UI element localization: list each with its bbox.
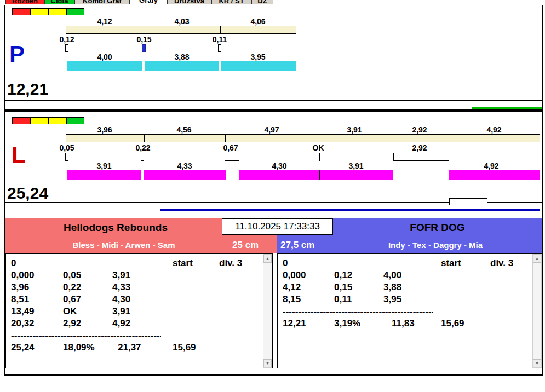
delta-box-wide [393,153,449,161]
flyball-timer-window: Rozbeh Cidla Kombi Graf Grafy Družstva K… [0,0,545,392]
result-cell: 0,67 [63,294,81,305]
team-left-jump-height: 25 cm [232,240,259,251]
leg-bar [67,170,141,180]
delta-tick [65,153,68,161]
total-record-cell: 15,69 [441,318,464,329]
leg-time-label: 4,92 [479,162,503,170]
result-cell: 3,88 [383,282,401,293]
result-cell: 3,91 [112,306,130,317]
split-time-label: 4,06 [246,17,270,26]
split-time-label: 4,03 [170,17,194,26]
result-cell: 3,91 [112,270,130,281]
split-divider [220,26,221,33]
delta-time-label: 0,11 [208,35,232,44]
scroll-down-icon[interactable]: ▼ [533,359,541,367]
left-results-scrollbar[interactable]: ▲ ▼ [263,254,272,368]
leg-time-label: 4,30 [267,162,291,170]
result-cell: 8,15 [283,294,301,305]
leg-time-label: 3,88 [170,53,194,61]
split-divider [144,26,144,33]
delta-time-label: 0,67 [219,143,243,152]
frame-bottom-border [4,374,543,376]
team-right-name: FOFR DOG [332,222,542,234]
delta-time-label: 2,92 [408,143,432,152]
timestamp: 11.10.2025 17:33:33 [222,218,333,235]
blue-progress-line [160,209,540,211]
results-separator: ----------------------------------------… [11,330,161,341]
status-box-green [66,8,84,15]
scroll-up-icon[interactable]: ▲ [533,255,541,263]
total-time-cell: 12,21 [283,318,306,329]
leg-time-label: 4,33 [173,162,197,170]
leg-time-label: 3,95 [246,53,270,61]
scroll-up-icon[interactable]: ▲ [263,255,272,263]
delta-time-label: 0,12 [55,35,79,44]
result-cell: 2,92 [63,318,81,329]
result-cell: 4,00 [383,270,401,281]
start-label: start [173,258,193,269]
delta-time-label: 0,05 [55,143,79,152]
result-cell: 20,32 [11,318,35,329]
tab-cidla[interactable]: Cidla [44,0,74,4]
result-cell: 0,000 [283,270,306,281]
delta-ok-label: OK [306,143,330,152]
result-cell: 3,95 [383,294,401,305]
delta-tick [65,44,68,52]
delta-tick [218,44,221,52]
right-results-scrollbar[interactable]: ▲ ▼ [532,254,542,368]
lane-p-label: P [9,43,25,66]
frame-top-border [5,5,542,5]
result-cell: 0,12 [334,270,352,281]
tab-rozbeh[interactable]: Rozbeh [5,0,44,4]
status-box-yellow-2 [48,117,66,124]
green-progress-line [472,107,542,109]
tab-kr-st[interactable]: KR / ST [211,0,251,4]
split-bar-track [66,26,296,34]
delta-tick [141,153,144,161]
split-divider [144,135,145,142]
scroll-down-icon[interactable]: ▼ [263,359,272,367]
tab-kombi-graf[interactable]: Kombi Graf [74,0,130,4]
delta-time-label: 0,22 [131,143,155,152]
split-time-label: 4,12 [93,17,117,26]
tab-grafy[interactable]: Grafy [130,0,167,5]
marker-box [449,198,487,205]
status-box-red [12,8,30,15]
split-divider [391,135,391,142]
split-time-label: 4,92 [482,125,506,134]
leg-bar [449,170,540,180]
panel-p-bottom-line [5,100,542,101]
tab-dz[interactable]: DZ [251,0,273,4]
results-separator: ----------------------------------------… [283,306,433,317]
division-label: div. 3 [219,258,242,269]
leg-divider [319,170,320,180]
split-divider [225,135,226,142]
status-box-yellow-1 [30,117,48,124]
leg-bar [239,170,393,180]
tab-druzstva[interactable]: Družstva [167,0,211,4]
team-left-name: Hellodogs Rebounds [6,222,225,234]
panel-separator [5,109,542,112]
total-percent-cell: 18,09% [63,342,95,353]
scoreboard-top-line [5,217,542,217]
delta-tick-fault [142,44,146,52]
result-cell: 4,92 [112,318,130,329]
result-cell: 0 [283,258,288,269]
status-box-yellow-2 [48,8,66,15]
lane-l-total-time: 25,24 [7,185,48,201]
total-legs-cell: 11,83 [392,318,415,329]
result-cell: 13,49 [11,306,35,317]
team-left-dogs: Bless - Midi - Arwen - Sam [6,240,242,250]
split-time-label: 4,97 [260,125,284,134]
split-time-label: 3,91 [342,125,366,134]
start-label: start [441,258,461,269]
leg-bar [144,170,226,180]
split-divider [450,135,450,142]
delta-time-label: 0,15 [132,35,156,44]
total-percent-cell: 3,19% [334,318,360,329]
result-cell: 0,05 [63,270,81,281]
result-cell: 0,11 [334,294,352,305]
result-cell: 8,51 [11,294,29,305]
result-cell: 0,15 [334,282,352,293]
leg-time-label: 3,91 [92,162,116,170]
